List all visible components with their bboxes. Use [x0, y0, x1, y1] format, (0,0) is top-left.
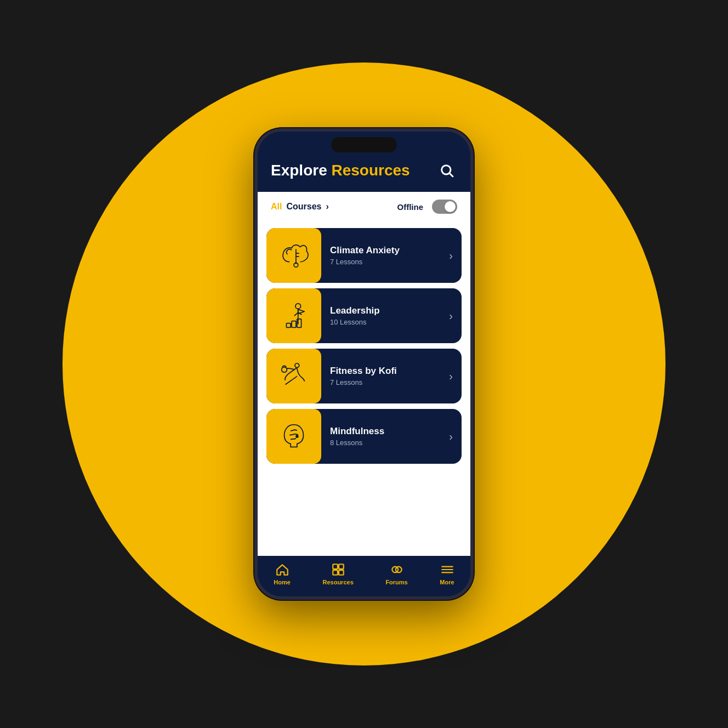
forums-icon — [390, 562, 404, 577]
course-icon-leadership — [266, 288, 321, 343]
offline-label: Offline — [397, 202, 424, 212]
course-arrow-fitness: › — [449, 370, 462, 383]
search-button[interactable] — [436, 160, 457, 181]
course-info-leadership: Leadership 10 Lessons — [321, 305, 449, 326]
course-card-leadership[interactable]: Leadership 10 Lessons › — [266, 288, 462, 343]
nav-item-more[interactable]: More — [440, 562, 454, 585]
course-lessons-mindfulness: 8 Lessons — [330, 439, 440, 447]
search-icon — [439, 163, 454, 178]
phone-frame: Explore Resources All Courses › Offline — [254, 128, 474, 600]
nav-label-resources: Resources — [323, 579, 354, 585]
course-lessons-climate-anxiety: 7 Lessons — [330, 258, 440, 266]
svg-point-16 — [296, 435, 298, 437]
course-name-mindfulness: Mindfulness — [330, 426, 440, 437]
home-icon — [275, 562, 289, 577]
nav-item-resources[interactable]: Resources — [323, 562, 354, 585]
nav-label-home: Home — [274, 579, 291, 585]
course-icon-mindfulness — [266, 409, 321, 464]
svg-rect-11 — [292, 321, 296, 328]
more-icon — [440, 562, 454, 577]
course-card-fitness[interactable]: Fitness by Kofi 7 Lessons › — [266, 349, 462, 403]
svg-rect-20 — [339, 570, 344, 575]
course-info-fitness: Fitness by Kofi 7 Lessons — [321, 366, 449, 386]
leadership-icon — [277, 299, 311, 333]
svg-rect-18 — [339, 564, 344, 569]
nav-label-more: More — [440, 579, 454, 585]
nav-item-forums[interactable]: Forums — [385, 562, 407, 585]
resources-icon — [331, 562, 345, 577]
bottom-nav: Home Resources Forums — [258, 556, 470, 596]
course-arrow-leadership: › — [449, 310, 462, 322]
course-name-fitness: Fitness by Kofi — [330, 366, 440, 377]
svg-line-1 — [450, 173, 453, 177]
nav-item-home[interactable]: Home — [274, 562, 291, 585]
course-icon-climate-anxiety — [266, 228, 321, 283]
svg-rect-13 — [286, 323, 291, 328]
climate-anxiety-icon — [277, 238, 311, 272]
toggle-knob — [445, 201, 456, 212]
title-plain: Explore — [271, 162, 331, 179]
filter-row: All Courses › Offline — [258, 192, 470, 221]
course-lessons-fitness: 7 Lessons — [330, 378, 440, 386]
svg-rect-17 — [333, 564, 338, 569]
course-icon-fitness — [266, 349, 321, 403]
course-name-climate-anxiety: Climate Anxiety — [330, 245, 440, 256]
background-circle: Explore Resources All Courses › Offline — [62, 62, 666, 666]
courses-list: Climate Anxiety 7 Lessons › — [258, 221, 470, 556]
svg-point-15 — [282, 367, 287, 373]
course-card-mindfulness[interactable]: Mindfulness 8 Lessons › — [266, 409, 462, 464]
filter-courses[interactable]: Courses — [286, 202, 321, 212]
offline-toggle[interactable] — [432, 200, 457, 214]
mindfulness-icon — [277, 419, 311, 453]
title-accent: Resources — [331, 162, 410, 179]
svg-point-14 — [295, 363, 299, 368]
svg-rect-19 — [333, 570, 338, 575]
page-title: Explore Resources — [271, 162, 410, 179]
phone-notch — [331, 137, 397, 152]
course-name-leadership: Leadership — [330, 305, 440, 316]
course-arrow-climate-anxiety: › — [449, 249, 462, 262]
filter-chevron-icon: › — [326, 202, 328, 212]
course-info-climate-anxiety: Climate Anxiety 7 Lessons — [321, 245, 449, 266]
nav-label-forums: Forums — [385, 579, 407, 585]
svg-line-8 — [294, 312, 298, 316]
fitness-icon — [277, 359, 311, 393]
filter-all[interactable]: All — [271, 202, 282, 212]
course-lessons-leadership: 10 Lessons — [330, 318, 440, 326]
course-arrow-mindfulness: › — [449, 430, 462, 443]
course-card-climate-anxiety[interactable]: Climate Anxiety 7 Lessons › — [266, 228, 462, 283]
svg-point-6 — [295, 304, 301, 309]
svg-point-0 — [442, 166, 451, 174]
course-info-mindfulness: Mindfulness 8 Lessons — [321, 426, 449, 447]
